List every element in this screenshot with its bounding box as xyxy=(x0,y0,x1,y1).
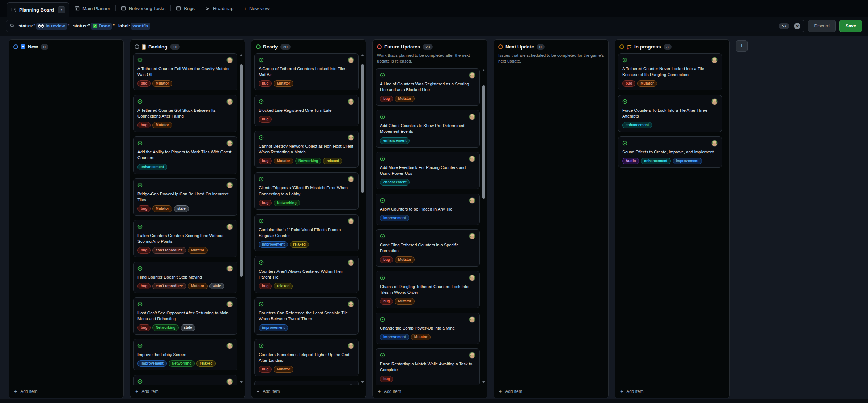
issue-title[interactable]: Counters Can Reference the Least Sensibl… xyxy=(259,310,354,322)
scroll-down-icon[interactable] xyxy=(361,381,364,383)
column-menu-button[interactable]: ··· xyxy=(719,44,725,50)
add-item-button[interactable]: + Add item xyxy=(615,385,729,398)
column-menu-button[interactable]: ··· xyxy=(234,44,240,50)
issue-title[interactable]: Blocked Line Registered One Turn Late xyxy=(259,107,354,113)
add-column-button[interactable]: + xyxy=(736,40,748,52)
issue-title[interactable]: Allow Counters to be Placed In Any Tile xyxy=(380,206,475,212)
issue-title[interactable]: A Tethered Counter Never Locked Into a T… xyxy=(622,66,718,77)
issue-card[interactable]: Bridge-Gap Power-Up Can Be Used On Incor… xyxy=(133,178,237,216)
issue-card[interactable]: Fallen Counters Create a Scoring Line Wi… xyxy=(133,220,237,257)
scrollbar-thumb[interactable] xyxy=(361,64,364,193)
issue-label: Networking xyxy=(152,324,178,331)
issue-card[interactable]: A Tethered Counter Fell When the Gravity… xyxy=(133,53,237,90)
issue-title[interactable]: A Group of Tethered Counters Locked Into… xyxy=(259,66,354,77)
save-button[interactable]: Save xyxy=(839,20,862,32)
issue-card[interactable]: Host Can't See Opponent After Returning … xyxy=(133,297,237,335)
plus-icon: + xyxy=(14,389,17,394)
column-menu-button[interactable]: ··· xyxy=(477,44,483,50)
scrollbar-thumb[interactable] xyxy=(240,64,243,277)
issue-label: Mutator xyxy=(152,122,172,128)
issue-card[interactable]: Add More Feedback For Placing Counters a… xyxy=(376,152,480,189)
issue-card[interactable]: Blocked Line Registered One Turn Late bu… xyxy=(254,95,359,126)
issue-card[interactable]: A Line of Counters Was Registered as a S… xyxy=(376,68,480,106)
new-view-button[interactable]: +New view xyxy=(238,0,274,17)
add-item-button[interactable]: + Add item xyxy=(373,385,487,398)
tab-main-planner[interactable]: Main Planner xyxy=(69,0,115,17)
issue-title[interactable]: Fallen Counters Create a Scoring Line Wi… xyxy=(137,233,233,244)
issue-card[interactable]: Chains of Dangling Tethered Counters Loc… xyxy=(376,271,480,308)
issue-card[interactable] xyxy=(133,375,237,385)
issue-title[interactable]: A Tethered Counter Fell When the Gravity… xyxy=(137,66,233,77)
issue-title[interactable]: Clients Triggers a 'Client ID Misatch' E… xyxy=(259,185,354,196)
issue-title[interactable]: Add More Feedback For Placing Counters a… xyxy=(380,165,475,176)
issue-card[interactable] xyxy=(254,381,359,385)
issue-card[interactable]: Allow Counters to be Placed In Any Tile … xyxy=(376,194,480,225)
issue-card[interactable]: Improve the Lobby Screen improvementNetw… xyxy=(133,339,237,370)
issue-title[interactable]: Fling Counter Doesn't Stop Moving xyxy=(137,274,233,280)
issue-title[interactable]: Bridge-Gap Power-Up Can Be Used On Incor… xyxy=(137,191,233,203)
issue-title[interactable]: Add the Ability for Players to Mark Tile… xyxy=(137,149,233,161)
tab-bugs[interactable]: Bugs xyxy=(171,0,200,17)
issue-card[interactable]: Change the Bomb Power-Up Into a Mine imp… xyxy=(376,313,480,344)
issue-card[interactable]: Fling Counter Doesn't Stop Moving bugcan… xyxy=(133,262,237,293)
scroll-up-icon[interactable] xyxy=(240,54,243,56)
add-item-button[interactable]: + Add item xyxy=(9,385,123,398)
scroll-down-icon[interactable] xyxy=(482,381,485,383)
add-item-button[interactable]: + Add item xyxy=(130,385,245,398)
issue-title[interactable]: Combine the '+1' Point Visual Effects Fr… xyxy=(259,227,354,238)
scrollbar-thumb[interactable] xyxy=(482,85,485,199)
issue-card[interactable]: Add the Ability for Players to Mark Tile… xyxy=(133,136,237,174)
issue-title[interactable]: Host Can't See Opponent After Returning … xyxy=(137,310,233,322)
issue-title[interactable]: Add Ghost Counters to Show Pre-Determine… xyxy=(380,123,475,134)
issue-title[interactable]: Force Counters To Lock Into a Tile After… xyxy=(622,107,718,119)
roadmap-icon xyxy=(205,6,210,11)
issue-title[interactable]: A Tethered Counter Got Stuck Between Its… xyxy=(137,107,233,119)
issue-title[interactable]: Can't Fling Tethered Counters in a Speci… xyxy=(380,242,475,254)
issue-card[interactable]: Force Counters To Lock Into a Tile After… xyxy=(618,95,722,132)
issue-title[interactable]: Counters Aren't Always Centered Within T… xyxy=(259,268,354,280)
issue-label: can't reproduce xyxy=(152,247,186,254)
issue-card[interactable]: Cannot Destroy Network Object as Non-Hos… xyxy=(254,131,359,168)
scroll-up-icon[interactable] xyxy=(361,54,364,56)
issue-title[interactable]: Sound Effects to Create, Improve, and Im… xyxy=(622,149,718,155)
issue-title[interactable]: Change the Bomb Power-Up Into a Mine xyxy=(380,325,475,331)
issue-card[interactable]: A Tethered Counter Never Locked Into a T… xyxy=(618,53,722,90)
column-scrollbar[interactable] xyxy=(239,54,244,384)
discard-button[interactable]: Discard xyxy=(808,20,835,32)
column-menu-button[interactable]: ··· xyxy=(356,44,361,50)
filter-input[interactable]: -status:"In review" -status:"✓Done" -lab… xyxy=(6,20,804,32)
column-menu-button[interactable]: ··· xyxy=(598,44,604,50)
clear-filter-button[interactable]: × xyxy=(794,23,800,29)
issue-card[interactable]: Counters Can Reference the Least Sensibl… xyxy=(254,297,359,335)
issue-card[interactable]: Can't Fling Tethered Counters in a Speci… xyxy=(376,229,480,267)
issue-card[interactable]: Counters Aren't Always Centered Within T… xyxy=(254,256,359,293)
horizontal-scrollbar[interactable] xyxy=(0,399,868,403)
issue-label: enhancement xyxy=(380,137,410,144)
tab-menu-caret-icon[interactable]: ▾ xyxy=(58,6,65,13)
tab-roadmap[interactable]: Roadmap xyxy=(200,0,238,17)
add-item-button[interactable]: + Add item xyxy=(494,385,608,398)
column-scrollbar[interactable] xyxy=(482,69,486,384)
issue-title[interactable]: Improve the Lobby Screen xyxy=(137,352,233,357)
issue-card[interactable]: Error: Restarting a Match While Awaiting… xyxy=(376,348,480,385)
issue-title[interactable]: Cannot Destroy Network Object as Non-Hos… xyxy=(259,143,354,155)
scroll-up-icon[interactable] xyxy=(482,69,485,71)
issue-card[interactable]: Counters Sometimes Teleport Higher Up th… xyxy=(254,339,359,376)
open-issue-icon xyxy=(380,317,385,322)
tab-planning-board[interactable]: Planning Board ▾ xyxy=(7,2,69,17)
issue-title[interactable]: Error: Restarting a Match While Awaiting… xyxy=(380,361,475,373)
add-item-button[interactable]: + Add item xyxy=(251,385,366,398)
issue-card[interactable]: Add Ghost Counters to Show Pre-Determine… xyxy=(376,110,480,147)
issue-title[interactable]: Chains of Dangling Tethered Counters Loc… xyxy=(380,284,475,295)
issue-card[interactable]: Sound Effects to Create, Improve, and Im… xyxy=(618,136,722,168)
issue-card[interactable]: Combine the '+1' Point Visual Effects Fr… xyxy=(254,214,359,251)
scroll-down-icon[interactable] xyxy=(240,381,243,383)
column-scrollbar[interactable] xyxy=(360,54,365,384)
issue-card[interactable]: A Tethered Counter Got Stuck Between Its… xyxy=(133,95,237,132)
issue-title[interactable]: Counters Sometimes Teleport Higher Up th… xyxy=(259,352,354,363)
column-menu-button[interactable]: ··· xyxy=(113,44,119,50)
issue-title[interactable]: A Line of Counters Was Registered as a S… xyxy=(380,81,475,93)
issue-card[interactable]: Clients Triggers a 'Client ID Misatch' E… xyxy=(254,172,359,209)
tab-networking-tasks[interactable]: Networking Tasks xyxy=(116,0,171,17)
issue-card[interactable]: A Group of Tethered Counters Locked Into… xyxy=(254,53,359,90)
